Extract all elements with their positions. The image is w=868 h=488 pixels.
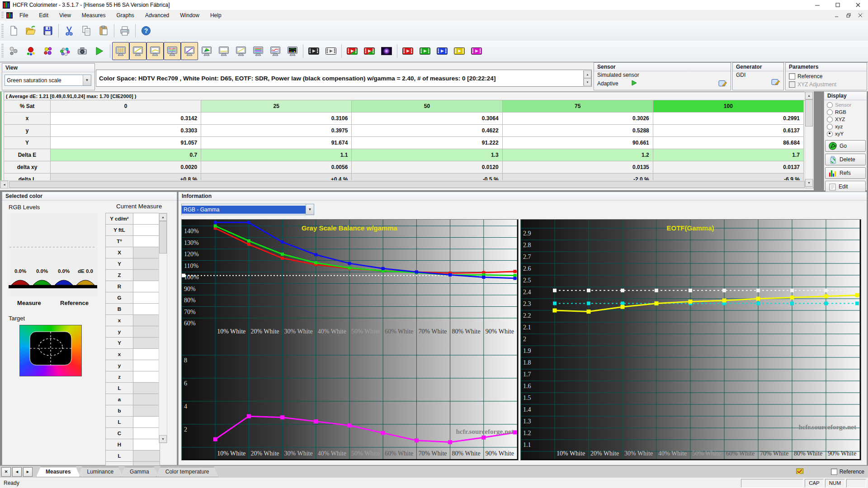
menu-measures[interactable]: Measures: [76, 10, 111, 20]
menu-advanced[interactable]: Advanced: [140, 10, 175, 20]
display-radio-rgb[interactable]: RGB: [827, 108, 864, 116]
pattern-black-button[interactable]: [305, 42, 322, 60]
tab-color-temperature[interactable]: Color temperature: [156, 467, 219, 477]
pattern-blue-button[interactable]: [434, 42, 451, 60]
scroll-up-icon[interactable]: ▲: [805, 92, 813, 99]
delete-button[interactable]: Delete: [825, 154, 866, 165]
menu-window[interactable]: Window: [175, 10, 205, 20]
close-button[interactable]: [848, 0, 868, 10]
menu-graphs[interactable]: Graphs: [111, 10, 140, 20]
about-button[interactable]: ?: [137, 22, 155, 40]
new-file-button[interactable]: [5, 22, 22, 40]
horizontal-scrollbar[interactable]: ◄ ►: [0, 180, 814, 188]
mdi-restore-button[interactable]: [843, 11, 854, 19]
column-header-75[interactable]: 75: [502, 100, 653, 113]
radio-dot[interactable]: [827, 124, 833, 130]
xyz-adjustment-checkbox[interactable]: XYZ Adjustment: [789, 80, 863, 89]
pattern-secondaries-button[interactable]: [361, 42, 378, 60]
gamma-view-button[interactable]: [129, 42, 146, 60]
measure-scrollbar[interactable]: ▲ ▼: [159, 213, 167, 443]
measure-primary-button[interactable]: [22, 42, 39, 60]
open-file-button[interactable]: [22, 22, 39, 40]
scroll-up-icon[interactable]: ▲: [159, 213, 167, 221]
information-dropdown[interactable]: RGB - Gamma ▼: [181, 204, 314, 215]
pattern-red-button[interactable]: [399, 42, 416, 60]
notes-icon[interactable]: [796, 467, 804, 476]
mdi-close-button[interactable]: [854, 11, 866, 19]
sensor-config-icon[interactable]: [718, 79, 727, 89]
minimize-button[interactable]: [807, 0, 827, 10]
menu-file[interactable]: File: [14, 10, 33, 20]
display-radio-sensor[interactable]: Sensor: [827, 101, 864, 108]
sensor-setup-button[interactable]: [5, 42, 22, 60]
horizontal-scroll-thumb[interactable]: [9, 181, 805, 188]
column-header-100[interactable]: 100: [653, 100, 803, 113]
pattern-white-button[interactable]: [322, 42, 340, 60]
free-measures-view-button[interactable]: [284, 42, 301, 60]
pattern-galaxy-button[interactable]: [378, 42, 395, 60]
radio-dot[interactable]: [827, 117, 833, 122]
go-button[interactable]: Go: [825, 140, 866, 152]
chevron-down-icon[interactable]: ▼: [306, 204, 314, 215]
checkbox-box[interactable]: [789, 81, 795, 88]
column-header-50[interactable]: 50: [352, 100, 502, 113]
table-vertical-scrollbar[interactable]: ▲ ▼: [805, 91, 813, 187]
column-header-25[interactable]: 25: [201, 100, 352, 113]
info-spinner[interactable]: ▲▼: [583, 70, 591, 86]
generator-config-icon[interactable]: [771, 77, 780, 87]
tab-luminance[interactable]: Luminance: [77, 467, 123, 477]
pattern-green-button[interactable]: [416, 42, 434, 60]
nearblack-view-button[interactable]: [146, 42, 164, 60]
measures-view-button[interactable]: [215, 42, 232, 60]
scroll-down-icon[interactable]: ▼: [159, 435, 167, 443]
tab-next-icon[interactable]: ►: [23, 467, 33, 477]
checkbox-box[interactable]: [831, 469, 837, 475]
checkbox-box[interactable]: [789, 73, 795, 80]
edit-button[interactable]: Edit: [825, 181, 866, 192]
measure-scroll-thumb[interactable]: [159, 221, 167, 253]
vertical-scroll-thumb[interactable]: [805, 99, 813, 127]
spin-down-icon[interactable]: ▼: [584, 78, 591, 86]
chevron-down-icon[interactable]: ▼: [83, 75, 91, 85]
measure-loop-button[interactable]: [57, 42, 74, 60]
paste-button[interactable]: [95, 22, 112, 40]
reference-checkbox[interactable]: Reference: [789, 72, 863, 80]
save-file-button[interactable]: [39, 22, 57, 40]
display-radio-xyy[interactable]: xyY: [827, 130, 864, 137]
tab-measures[interactable]: Measures: [36, 467, 80, 477]
radio-dot[interactable]: [827, 102, 833, 108]
luminance-view-button[interactable]: [181, 42, 198, 60]
saturation-view-button[interactable]: [250, 42, 267, 60]
reference-checkbox[interactable]: Reference: [831, 469, 864, 475]
cie-chart-view-button[interactable]: [198, 42, 215, 60]
display-radio-xyz[interactable]: XYZ: [827, 116, 864, 123]
maximize-button[interactable]: [827, 0, 848, 10]
print-button[interactable]: [116, 22, 133, 40]
refs-button[interactable]: Refs: [825, 167, 866, 179]
rgb-levels-view-button[interactable]: [164, 42, 181, 60]
column-header-0[interactable]: 0: [51, 100, 201, 113]
grayscale-view-button[interactable]: [112, 42, 129, 60]
view-mode-dropdown[interactable]: Green saturation scale ▼: [5, 75, 91, 86]
snapshot-button[interactable]: [74, 42, 91, 60]
menu-edit[interactable]: Edit: [33, 10, 54, 20]
color-temp-view-button[interactable]: [267, 42, 284, 60]
tab-prev-icon[interactable]: ◄: [12, 467, 22, 477]
measure-secondaries-button[interactable]: [39, 42, 57, 60]
cut-button[interactable]: [61, 22, 78, 40]
sensor-run-icon[interactable]: [631, 80, 637, 87]
scroll-down-icon[interactable]: ▼: [805, 179, 813, 187]
tab-gamma[interactable]: Gamma: [120, 467, 159, 477]
display-radio-xyz[interactable]: xyz: [827, 123, 864, 130]
tab-close-icon[interactable]: ✕: [1, 467, 11, 477]
pattern-magenta-button[interactable]: [468, 42, 485, 60]
menu-view[interactable]: View: [54, 10, 76, 20]
copy-button[interactable]: [78, 22, 95, 40]
pattern-yellow-button[interactable]: [451, 42, 468, 60]
mdi-minimize-button[interactable]: [831, 11, 843, 19]
contrast-view-button[interactable]: [232, 42, 250, 60]
spin-up-icon[interactable]: ▲: [584, 70, 591, 78]
run-measures-button[interactable]: [91, 42, 108, 60]
radio-dot[interactable]: [827, 109, 833, 115]
pattern-primaries-button[interactable]: [344, 42, 361, 60]
